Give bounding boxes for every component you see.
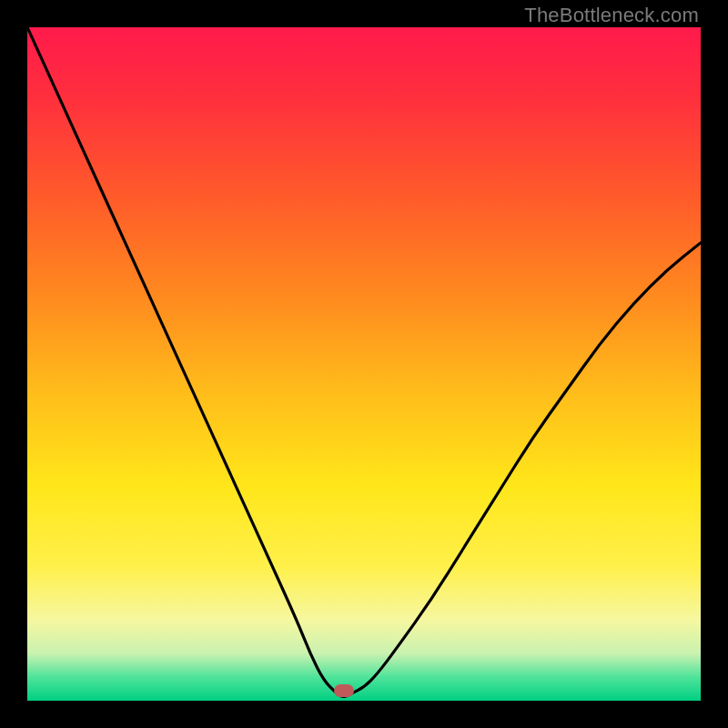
plot-area [27, 27, 701, 701]
chart-frame: TheBottleneck.com [0, 0, 728, 728]
minimum-marker [334, 684, 354, 697]
bottleneck-curve [27, 27, 701, 701]
watermark-text: TheBottleneck.com [524, 4, 699, 27]
